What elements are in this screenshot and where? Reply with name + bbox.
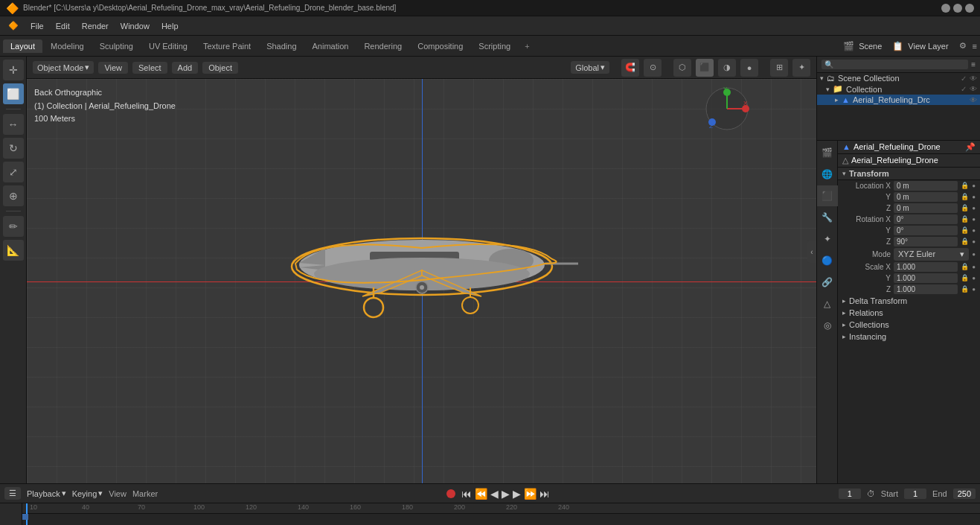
scale-x-input[interactable] bbox=[894, 262, 958, 272]
select-box-tool[interactable]: ⬜ bbox=[3, 83, 24, 104]
scene-collection-eye-icon[interactable]: 👁 bbox=[970, 74, 977, 83]
scale-x-lock-icon[interactable]: 🔒 bbox=[961, 263, 969, 270]
transform-section-header[interactable]: ▾ Transform bbox=[838, 168, 980, 180]
record-button[interactable] bbox=[446, 489, 455, 498]
location-x-keyframe-icon[interactable]: ● bbox=[972, 182, 976, 189]
rotation-z-keyframe-icon[interactable]: ● bbox=[972, 238, 976, 245]
props-tab-physics[interactable]: 🔵 bbox=[817, 250, 838, 271]
instancing-row[interactable]: ▸ Instancing bbox=[838, 331, 980, 343]
location-z-keyframe-icon[interactable]: ● bbox=[972, 205, 976, 211]
props-tab-data[interactable]: △ bbox=[817, 293, 838, 314]
add-menu[interactable]: Add bbox=[172, 62, 199, 74]
select-menu[interactable]: Select bbox=[132, 62, 167, 74]
rotation-y-lock-icon[interactable]: 🔒 bbox=[961, 226, 969, 234]
props-tab-scene[interactable]: 🎬 bbox=[817, 142, 838, 163]
outliner-search-input[interactable] bbox=[822, 60, 968, 69]
tab-scripting[interactable]: Scripting bbox=[471, 39, 518, 53]
rotation-y-keyframe-icon[interactable]: ● bbox=[972, 227, 976, 234]
proportional-edit-icon[interactable]: ⊙ bbox=[644, 59, 662, 77]
viewport-shading-material[interactable]: ◑ bbox=[718, 59, 736, 77]
sidebar-toggle[interactable]: ‹ bbox=[807, 241, 816, 263]
props-tab-constraints[interactable]: 🔗 bbox=[817, 272, 838, 293]
scale-tool[interactable]: ⤢ bbox=[3, 162, 24, 182]
measure-tool[interactable]: 📐 bbox=[3, 240, 24, 261]
timeline-marker-label[interactable]: Marker bbox=[132, 489, 158, 498]
tab-sculpting[interactable]: Sculpting bbox=[92, 39, 141, 53]
scale-y-lock-icon[interactable]: 🔒 bbox=[961, 274, 969, 281]
navigation-gizmo[interactable]: X Y Z bbox=[705, 86, 749, 133]
viewport-shading-solid[interactable]: ⬛ bbox=[696, 59, 714, 77]
object-vis-icon[interactable]: 👁 bbox=[970, 96, 977, 104]
mode-dropdown[interactable]: Object Mode ▾ bbox=[33, 61, 94, 74]
object-menu[interactable]: Object bbox=[202, 62, 238, 74]
scale-x-keyframe-icon[interactable]: ● bbox=[972, 264, 976, 270]
start-frame-input[interactable]: 1 bbox=[904, 489, 926, 499]
outliner-collection[interactable]: ▾ 📁 Collection ✓ 👁 bbox=[817, 83, 980, 95]
collection-vis-icon[interactable]: ✓ bbox=[961, 85, 967, 93]
rotation-x-lock-icon[interactable]: 🔒 bbox=[961, 215, 969, 223]
tab-add-button[interactable]: + bbox=[519, 39, 535, 53]
timeline-menu-icon[interactable]: ☰ bbox=[4, 487, 21, 500]
outliner-object[interactable]: ▸ ▲ Aerial_Refueling_Drc 👁 bbox=[817, 95, 980, 105]
menu-blender[interactable]: 🔶 bbox=[3, 19, 24, 32]
tab-rendering[interactable]: Rendering bbox=[356, 39, 409, 53]
location-y-keyframe-icon[interactable]: ● bbox=[972, 194, 976, 200]
current-frame-display[interactable]: 1 bbox=[839, 489, 861, 499]
timeline-view-label[interactable]: View bbox=[109, 489, 126, 498]
viewport[interactable]: Object Mode ▾ View Select Add Object Glo… bbox=[27, 57, 816, 483]
delta-transform-row[interactable]: ▸ Delta Transform bbox=[838, 295, 980, 307]
rotation-y-input[interactable] bbox=[894, 226, 958, 235]
collection-eye-icon[interactable]: 👁 bbox=[970, 85, 977, 93]
annotate-tool[interactable]: ✏ bbox=[3, 216, 24, 237]
menu-file[interactable]: File bbox=[25, 20, 49, 32]
relations-row[interactable]: ▸ Relations bbox=[838, 307, 980, 319]
menu-window[interactable]: Window bbox=[115, 20, 155, 32]
rotation-mode-keyframe-icon[interactable]: ● bbox=[972, 251, 976, 258]
location-z-input[interactable] bbox=[894, 203, 958, 213]
location-x-lock-icon[interactable]: 🔒 bbox=[961, 182, 969, 189]
rotation-z-input[interactable] bbox=[894, 237, 958, 246]
props-tab-particles[interactable]: ✦ bbox=[817, 229, 838, 249]
tab-layout[interactable]: Layout bbox=[3, 39, 42, 53]
end-frame-input[interactable]: 250 bbox=[953, 489, 976, 499]
prev-keyframe-button[interactable]: ◀ bbox=[490, 488, 499, 500]
tab-compositing[interactable]: Compositing bbox=[410, 39, 470, 53]
outliner-scene-collection[interactable]: ▾ 🗂 Scene Collection ✓ 👁 bbox=[817, 73, 980, 83]
scale-y-input[interactable] bbox=[894, 273, 958, 283]
collections-row[interactable]: ▸ Collections bbox=[838, 319, 980, 331]
keying-dropdown[interactable]: Keying ▾ bbox=[72, 489, 103, 498]
scale-z-lock-icon[interactable]: 🔒 bbox=[961, 285, 969, 293]
location-z-lock-icon[interactable]: 🔒 bbox=[961, 204, 969, 211]
viewport-canvas[interactable]: Back Orthographic (1) Collection | Aeria… bbox=[27, 79, 816, 483]
rotation-mode-dropdown[interactable]: XYZ Euler ▾ bbox=[894, 248, 969, 261]
tab-modeling[interactable]: Modeling bbox=[43, 39, 92, 53]
next-frame-button[interactable]: ⏩ bbox=[524, 488, 537, 500]
scene-collection-vis-icon[interactable]: ✓ bbox=[961, 74, 967, 83]
next-keyframe-button[interactable]: ▶ bbox=[513, 488, 521, 500]
scale-z-keyframe-icon[interactable]: ● bbox=[972, 286, 976, 293]
props-tab-object[interactable]: ⬛ bbox=[817, 185, 838, 206]
viewport-shading-wire[interactable]: ⬡ bbox=[673, 59, 691, 77]
play-button[interactable]: ▶ bbox=[502, 488, 510, 500]
tab-uv-editing[interactable]: UV Editing bbox=[141, 39, 195, 53]
scale-z-input[interactable] bbox=[894, 284, 958, 294]
menu-edit[interactable]: Edit bbox=[51, 20, 75, 32]
props-tab-modifier[interactable]: 🔧 bbox=[817, 207, 838, 228]
cursor-tool[interactable]: ✛ bbox=[3, 60, 24, 80]
jump-start-button[interactable]: ⏮ bbox=[461, 488, 472, 500]
overlay-toggle[interactable]: ⊞ bbox=[770, 59, 788, 77]
move-tool[interactable]: ↔ bbox=[3, 114, 24, 135]
tab-texture-paint[interactable]: Texture Paint bbox=[196, 39, 258, 53]
filter-icon[interactable]: ≡ bbox=[973, 42, 977, 51]
rotation-z-lock-icon[interactable]: 🔒 bbox=[961, 238, 969, 245]
scene-settings-icon[interactable]: ⚙ bbox=[959, 41, 967, 51]
viewport-shading-render[interactable]: ● bbox=[740, 59, 758, 77]
gizmo-toggle[interactable]: ✦ bbox=[792, 59, 810, 77]
view-menu[interactable]: View bbox=[98, 62, 128, 74]
location-x-input[interactable] bbox=[894, 181, 958, 191]
transform-tool[interactable]: ⊕ bbox=[3, 185, 24, 206]
rotation-x-keyframe-icon[interactable]: ● bbox=[972, 216, 976, 223]
rotation-x-input[interactable] bbox=[894, 214, 958, 224]
magnet-icon[interactable]: 🧲 bbox=[621, 59, 639, 77]
timeline-body[interactable]: 10 40 70 100 120 140 160 180 200 220 240 bbox=[0, 503, 980, 525]
